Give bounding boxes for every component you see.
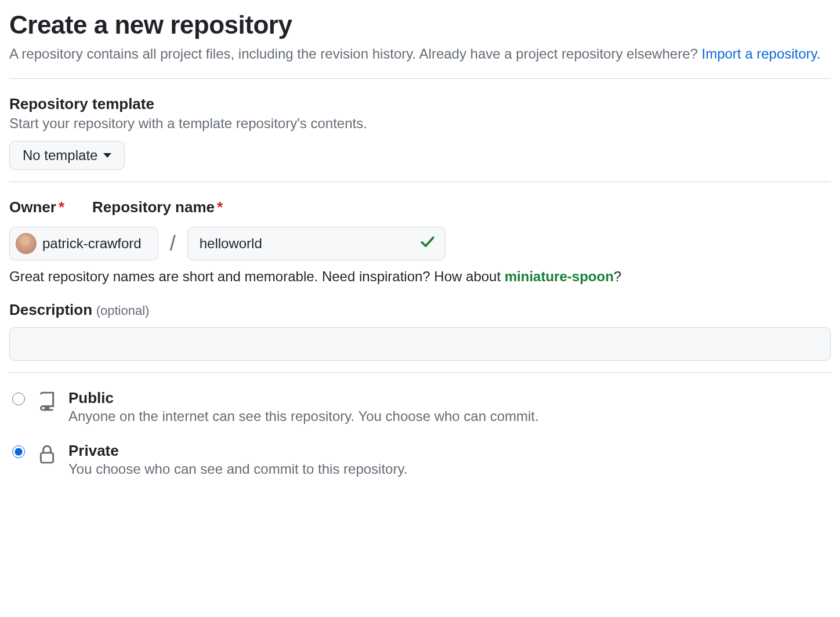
description-input[interactable]: [9, 327, 831, 361]
subtitle-text: A repository contains all project files,…: [9, 46, 702, 61]
repo-name-input[interactable]: [187, 227, 446, 260]
lock-icon: [37, 443, 58, 469]
template-select-value: No template: [23, 147, 97, 164]
divider: [9, 372, 831, 373]
page-title: Create a new repository: [9, 10, 831, 39]
required-mark: *: [217, 198, 223, 216]
divider: [9, 182, 831, 182]
visibility-private-option[interactable]: Private You choose who can see and commi…: [9, 442, 831, 477]
check-icon: [420, 234, 435, 253]
owner-username: patrick-crawford: [42, 235, 142, 252]
visibility-public-radio[interactable]: [12, 393, 25, 405]
visibility-private-title: Private: [68, 442, 407, 460]
repo-name-label: Repository name*: [92, 198, 223, 216]
repo-icon: [37, 390, 58, 416]
template-helper: Start your repository with a template re…: [9, 115, 831, 132]
visibility-public-option[interactable]: Public Anyone on the internet can see th…: [9, 389, 831, 424]
description-label: Description (optional): [9, 301, 831, 319]
page-subtitle: A repository contains all project files,…: [9, 44, 831, 64]
repo-name-hint: Great repository names are short and mem…: [9, 268, 831, 285]
visibility-public-title: Public: [68, 389, 539, 407]
optional-tag: (optional): [96, 303, 150, 318]
repo-name-suggestion[interactable]: miniature-spoon: [505, 268, 614, 284]
template-label: Repository template: [9, 95, 831, 113]
required-mark: *: [59, 198, 64, 216]
owner-label: Owner*: [9, 198, 64, 216]
import-repository-link[interactable]: Import a repository.: [702, 46, 821, 61]
chevron-down-icon: [103, 153, 111, 158]
slash-separator: /: [170, 231, 176, 256]
avatar: [16, 233, 37, 254]
owner-select-button[interactable]: patrick-crawford: [9, 227, 158, 260]
svg-rect-0: [41, 453, 53, 463]
divider: [9, 78, 831, 79]
visibility-private-desc: You choose who can see and commit to thi…: [68, 461, 407, 477]
visibility-private-radio[interactable]: [12, 445, 25, 458]
template-select-button[interactable]: No template: [9, 141, 125, 170]
visibility-public-desc: Anyone on the internet can see this repo…: [68, 408, 539, 424]
